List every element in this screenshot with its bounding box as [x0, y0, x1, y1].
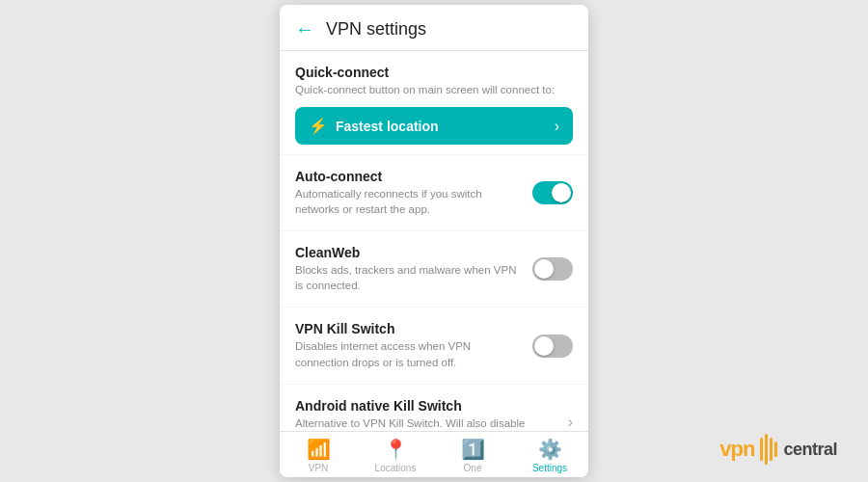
- nav-item-vpn[interactable]: 📶 VPN: [280, 438, 357, 473]
- quick-connect-desc: Quick-connect button on main screen will…: [295, 82, 573, 97]
- auto-connect-desc: Automatically reconnects if you switch n…: [295, 186, 521, 217]
- kill-switch-desc: Disables internet access when VPN connec…: [295, 338, 521, 369]
- scroll-area: Quick-connect Quick-connect button on ma…: [280, 51, 588, 431]
- fastest-location-button[interactable]: ⚡ Fastest location ›: [295, 107, 573, 145]
- quick-connect-section: Quick-connect Quick-connect button on ma…: [280, 51, 588, 154]
- one-nav-label: One: [464, 463, 482, 473]
- android-kill-chevron-icon: ›: [568, 414, 573, 431]
- vpncentral-bars-icon: [760, 434, 777, 465]
- back-button[interactable]: ←: [295, 18, 314, 40]
- cleanweb-toggle[interactable]: [532, 257, 573, 281]
- fastest-location-text: Fastest location: [336, 119, 439, 134]
- fastest-location-left: ⚡ Fastest location: [309, 117, 439, 135]
- cleanweb-label: CleanWeb: [295, 245, 521, 260]
- vpn-nav-icon: 📶: [307, 438, 331, 461]
- phone-container: ← VPN settings Quick-connect Quick-conne…: [280, 5, 588, 477]
- cleanweb-desc: Blocks ads, trackers and malware when VP…: [295, 262, 521, 293]
- cleanweb-text: CleanWeb Blocks ads, trackers and malwar…: [295, 245, 521, 293]
- bottom-nav: 📶 VPN 📍 Locations 1️⃣ One ⚙️ Settings: [280, 431, 588, 477]
- svg-rect-1: [765, 434, 768, 465]
- svg-rect-3: [774, 442, 777, 457]
- kill-switch-label: VPN Kill Switch: [295, 321, 521, 336]
- android-kill-switch-text: Android native Kill Switch Alternative t…: [295, 398, 556, 431]
- android-kill-switch-desc: Alternative to VPN Kill Switch. Will als…: [295, 415, 556, 431]
- page-title: VPN settings: [326, 19, 426, 40]
- android-kill-switch-label: Android native Kill Switch: [295, 398, 556, 414]
- vpncentral-badge: vpn central: [719, 434, 837, 465]
- svg-rect-2: [770, 438, 773, 461]
- android-kill-switch-row[interactable]: Android native Kill Switch Alternative t…: [280, 385, 588, 431]
- vpn-nav-label: VPN: [309, 463, 329, 473]
- kill-switch-row: VPN Kill Switch Disables internet access…: [280, 308, 588, 383]
- vpn-brand-text: vpn: [719, 437, 754, 462]
- toggle-knob-2: [534, 259, 554, 279]
- nav-item-one[interactable]: 1️⃣ One: [434, 438, 511, 473]
- kill-switch-text: VPN Kill Switch Disables internet access…: [295, 321, 521, 369]
- settings-header: ← VPN settings: [280, 5, 588, 51]
- auto-connect-toggle[interactable]: [532, 181, 573, 204]
- bolt-icon: ⚡: [309, 117, 328, 135]
- chevron-right-icon: ›: [555, 118, 559, 135]
- auto-connect-label: Auto-connect: [295, 169, 521, 184]
- quick-connect-label: Quick-connect: [295, 65, 573, 80]
- auto-connect-row: Auto-connect Automatically reconnects if…: [280, 155, 588, 230]
- toggle-knob-3: [534, 336, 554, 356]
- settings-nav-icon: ⚙️: [538, 438, 562, 461]
- cleanweb-row: CleanWeb Blocks ads, trackers and malwar…: [280, 231, 588, 307]
- settings-nav-label: Settings: [532, 463, 567, 473]
- central-brand-text: central: [783, 440, 837, 460]
- locations-nav-icon: 📍: [384, 438, 408, 461]
- one-nav-icon: 1️⃣: [461, 438, 485, 461]
- nav-item-locations[interactable]: 📍 Locations: [357, 438, 434, 473]
- locations-nav-label: Locations: [375, 463, 417, 473]
- svg-rect-0: [760, 438, 763, 461]
- kill-switch-toggle[interactable]: [532, 335, 573, 358]
- auto-connect-text: Auto-connect Automatically reconnects if…: [295, 169, 521, 217]
- nav-item-settings[interactable]: ⚙️ Settings: [511, 438, 588, 473]
- toggle-knob: [552, 183, 571, 202]
